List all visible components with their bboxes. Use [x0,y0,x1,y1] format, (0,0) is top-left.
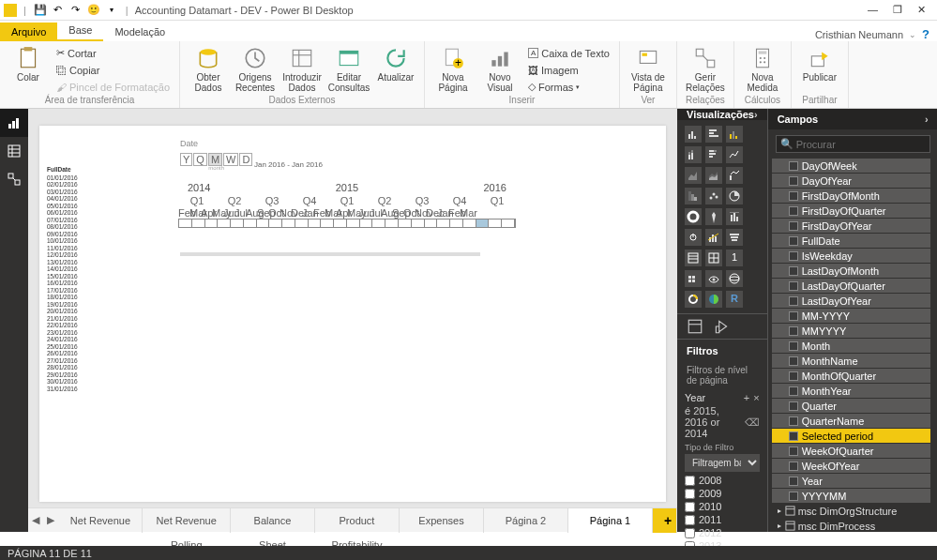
filter-option[interactable]: 2008 [685,474,760,487]
viz-type-12[interactable] [685,208,702,225]
viz-type-4[interactable] [705,146,722,163]
viz-type-19[interactable] [705,250,722,266]
paste-button[interactable]: Colar [8,45,49,83]
canvas-hscroll[interactable] [180,252,480,256]
refresh-button[interactable]: Atualizar [375,45,416,83]
fields-tab-icon[interactable] [687,318,703,335]
viz-type-23[interactable] [726,270,743,287]
model-view-button[interactable] [0,165,28,193]
filter-option[interactable]: 2009 [685,487,760,500]
field-item[interactable]: Selected period [772,429,930,443]
field-item[interactable]: FirstDayOfYear [772,219,930,233]
filter-type-select[interactable]: Filtragem básica [685,454,760,472]
user-dropdown-icon[interactable]: ⌄ [909,30,916,39]
field-item[interactable]: LastDayOfYear [772,294,930,308]
filter-card-year[interactable]: Year+× é 2015, 2016 or 2014⌫ Tipo de Fil… [685,392,760,560]
new-visual-button[interactable]: Novo Visual [479,45,521,93]
viz-type-11[interactable] [726,188,743,204]
table-visual[interactable]: FullDate 01/01/201602/01/201603/01/20160… [47,166,78,181]
viz-type-2[interactable] [726,126,743,143]
field-item[interactable]: MonthOfQuarter [772,369,930,383]
viz-collapse-icon[interactable]: › [754,109,758,120]
viz-type-22[interactable] [705,270,722,287]
viz-type-8[interactable] [726,167,743,184]
filter-remove-icon[interactable]: × [753,392,759,403]
field-item[interactable]: Year [772,474,930,488]
filter-option[interactable]: 2010 [685,500,760,513]
page-tab[interactable]: Balance Sheet [231,508,315,533]
viz-type-21[interactable] [685,270,702,287]
page-prev-button[interactable]: ◀ [28,514,43,526]
add-page-button[interactable]: + [653,508,677,533]
viz-type-0[interactable] [685,126,702,143]
manage-relations-button[interactable]: Gerir Relações [685,45,726,93]
field-item[interactable]: FullDate [772,234,930,248]
field-item[interactable]: IsWeekday [772,249,930,263]
page-tab[interactable]: Expenses [400,508,484,533]
close-icon[interactable]: ✕ [917,4,926,16]
page-view-button[interactable]: Vista de Página [627,45,669,93]
qat-more-icon[interactable]: ▾ [104,3,119,18]
filter-erase-icon[interactable]: ⌫ [745,416,760,429]
filter-option[interactable]: 2011 [685,513,760,526]
shapes-button[interactable]: ◇Formas▾ [526,79,612,95]
viz-type-16[interactable] [705,229,722,246]
field-item[interactable]: Quarter [772,399,930,413]
tab-modeling[interactable]: Modelação [103,23,176,41]
format-painter-button[interactable]: 🖌Pincel de Formatação [54,79,172,95]
viz-type-7[interactable] [705,167,722,184]
field-item[interactable]: FirstDayOfMonth [772,189,930,203]
field-item[interactable]: MM-YYYY [772,309,930,323]
get-data-button[interactable]: Obter Dados [188,45,229,93]
tab-home[interactable]: Base [57,21,103,41]
tab-file[interactable]: Arquivo [0,23,57,41]
copy-button[interactable]: ⿻Copiar [54,62,172,78]
field-item[interactable]: QuarterName [772,414,930,428]
maximize-icon[interactable]: ❐ [893,4,902,16]
enter-data-button[interactable]: Introduzir Dados [281,45,323,93]
minimize-icon[interactable]: — [868,4,878,16]
filter-option[interactable]: 2012 [685,526,760,539]
image-button[interactable]: 🖼Imagem [526,62,612,78]
filter-add-icon[interactable]: + [744,392,749,403]
page-tab[interactable]: Net Revenue Rolling [143,508,231,533]
textbox-button[interactable]: ACaixa de Texto [526,45,612,61]
new-measure-button[interactable]: Nova Medida [742,45,783,93]
redo-icon[interactable]: ↷ [68,3,83,18]
page-tab[interactable]: Página 1 [568,508,653,533]
viz-type-17[interactable] [726,229,743,246]
field-item[interactable]: DayOfWeek [772,159,930,173]
page-tab[interactable]: Página 2 [484,508,568,533]
viz-type-14[interactable] [726,208,743,225]
page-tab[interactable]: Product Profitability [315,508,400,533]
edit-queries-button[interactable]: Editar Consultas [328,45,370,93]
field-item[interactable]: MMYYYY [772,324,930,338]
timeline-slicer[interactable]: 201420152016 Q1Q2Q3Q4Q1Q2Q3Q4Q1 FebMarAp… [178,182,516,228]
fields-collapse-icon[interactable]: › [925,114,929,125]
smiley-icon[interactable]: 🙂 [86,3,101,18]
page-tab[interactable]: Net Revenue [58,508,143,533]
viz-type-3[interactable] [685,146,702,163]
report-canvas[interactable]: Date YQMWD month Jan 2016 - Jan 2016 Ful… [39,126,666,502]
cut-button[interactable]: ✂Cortar [54,45,172,61]
viz-type-10[interactable] [705,188,722,204]
field-table[interactable]: ▸msc DimProcess [772,519,930,532]
viz-type-1[interactable] [705,126,722,143]
viz-type-15[interactable] [685,229,702,246]
field-item[interactable]: Month [772,339,930,353]
publish-button[interactable]: Publicar [799,45,840,83]
recent-sources-button[interactable]: Origens Recentes [234,45,276,93]
viz-type-24[interactable] [685,291,702,308]
viz-type-5[interactable] [726,146,743,163]
search-input[interactable] [796,139,926,150]
help-icon[interactable]: ? [922,27,929,41]
report-view-button[interactable] [0,109,28,137]
viz-type-25[interactable] [705,291,722,308]
field-item[interactable]: YYYYMM [772,489,930,503]
page-next-button[interactable]: ▶ [43,514,58,526]
viz-type-26[interactable]: R [726,291,743,308]
field-table[interactable]: ▸msc DimOrgStructure [772,504,930,518]
field-item[interactable]: MonthYear [772,384,930,398]
viz-type-18[interactable] [685,250,702,266]
field-item[interactable]: LastDayOfQuarter [772,279,930,293]
